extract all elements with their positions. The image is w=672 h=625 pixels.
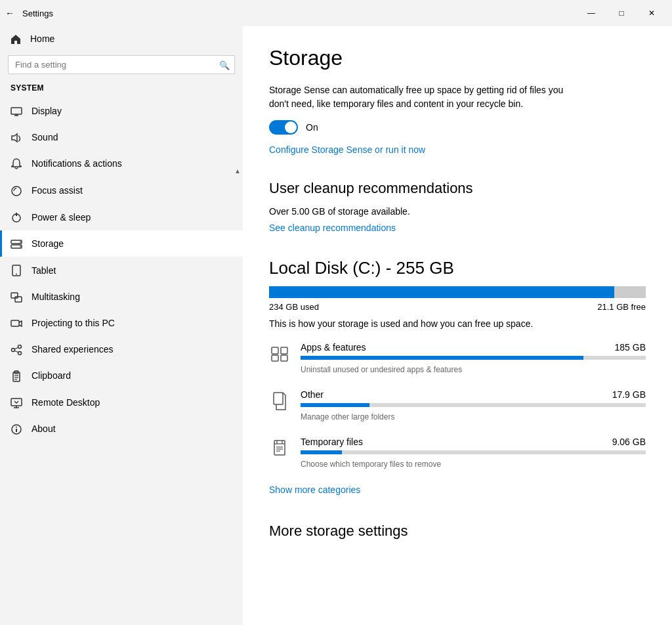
- svg-point-16: [12, 348, 15, 351]
- more-storage-heading: More storage settings: [269, 523, 646, 540]
- svg-point-4: [12, 186, 21, 196]
- storage-label: Storage: [32, 238, 64, 249]
- home-label: Home: [30, 33, 54, 44]
- svg-rect-35: [281, 355, 287, 361]
- back-button[interactable]: ←: [5, 8, 14, 18]
- tablet-icon: [10, 264, 22, 276]
- sidebar-item-storage[interactable]: Storage: [0, 230, 243, 257]
- sidebar-item-about[interactable]: About: [0, 416, 243, 442]
- svg-rect-33: [281, 347, 287, 354]
- storage-sense-description: Storage Sense can automatically free up …: [269, 83, 584, 111]
- display-label: Display: [32, 106, 62, 116]
- tablet-label: Tablet: [32, 265, 56, 276]
- disk-description: This is how your storage is used and how…: [269, 318, 646, 329]
- sidebar-item-projecting[interactable]: Projecting to this PC: [0, 310, 243, 336]
- storage-icon: [10, 238, 22, 249]
- projecting-icon: [10, 317, 22, 329]
- svg-marker-3: [12, 134, 17, 142]
- sidebar-item-tablet[interactable]: Tablet: [0, 257, 243, 284]
- display-icon: [10, 105, 22, 117]
- notifications-icon: [10, 158, 22, 170]
- search-input[interactable]: [8, 55, 235, 74]
- sidebar-item-focus[interactable]: Focus assist: [0, 177, 243, 204]
- remotedesktop-label: Remote Desktop: [32, 397, 100, 408]
- svg-rect-14: [15, 297, 22, 302]
- temp-top: Temporary files 9.06 GB: [301, 437, 646, 447]
- temp-sub: Choose which temporary files to remove: [301, 460, 441, 469]
- cleanup-recommendations-link[interactable]: See cleanup recommendations: [269, 223, 396, 233]
- page-title: Storage: [269, 46, 646, 70]
- apps-top: Apps & features 185 GB: [301, 342, 646, 353]
- storage-available-text: Over 5.00 GB of storage available.: [269, 206, 646, 217]
- disk-bar-used: [269, 286, 614, 298]
- svg-point-17: [18, 345, 22, 348]
- content-area: Storage Storage Sense can automatically …: [243, 26, 672, 625]
- close-button[interactable]: ✕: [637, 3, 667, 24]
- sidebar-items-list: Display Sound Notifications & actions Fo…: [0, 98, 243, 625]
- category-other[interactable]: Other 17.9 GB Manage other large folders: [269, 389, 646, 422]
- power-icon: [10, 211, 22, 224]
- svg-rect-13: [11, 293, 18, 298]
- system-label: System: [0, 81, 243, 98]
- other-size: 17.9 GB: [612, 389, 646, 400]
- disk-bar-container: [269, 286, 646, 298]
- sidebar-item-notifications[interactable]: Notifications & actions: [0, 150, 243, 177]
- maximize-button[interactable]: □: [606, 3, 637, 24]
- other-label: Other: [301, 389, 324, 400]
- sound-icon: [10, 131, 22, 143]
- window-controls: — □ ✕: [576, 3, 667, 24]
- sidebar-item-multitasking[interactable]: Multitasking: [0, 284, 243, 310]
- sidebar-item-home[interactable]: Home: [0, 26, 243, 51]
- sidebar-item-shared[interactable]: Shared experiences: [0, 336, 243, 362]
- sidebar-item-sound[interactable]: Sound: [0, 124, 243, 150]
- category-temp[interactable]: Temporary files 9.06 GB Choose which tem…: [269, 437, 646, 469]
- other-sub: Manage other large folders: [301, 412, 394, 421]
- app-title: Settings: [22, 9, 576, 18]
- svg-rect-36: [274, 393, 283, 404]
- power-label: Power & sleep: [32, 212, 91, 223]
- category-apps[interactable]: Apps & features 185 GB Uninstall unused …: [269, 342, 646, 375]
- sound-label: Sound: [32, 132, 58, 142]
- user-cleanup-heading: User cleanup recommendations: [269, 180, 646, 197]
- temp-icon: [269, 438, 290, 459]
- sidebar-item-remotedesktop[interactable]: Remote Desktop: [0, 389, 243, 416]
- other-top: Other 17.9 GB: [301, 389, 646, 400]
- other-bar-fill: [301, 403, 369, 407]
- sidebar-item-power[interactable]: Power & sleep: [0, 204, 243, 231]
- disk-used-label: 234 GB used: [269, 302, 319, 312]
- title-bar: ← Settings — □ ✕: [0, 0, 672, 26]
- apps-label: Apps & features: [301, 342, 366, 353]
- svg-point-31: [16, 426, 17, 427]
- apps-icon: [269, 343, 290, 364]
- sidebar-item-clipboard[interactable]: Clipboard: [0, 362, 243, 389]
- sidebar-item-display[interactable]: Display: [0, 98, 243, 124]
- apps-bar: [301, 356, 646, 360]
- temp-bar: [301, 450, 646, 454]
- other-bar: [301, 403, 646, 407]
- svg-rect-15: [11, 320, 19, 326]
- sidebar: Home 🔍 System ▲ Display Sound: [0, 26, 243, 625]
- svg-rect-37: [274, 441, 285, 455]
- temp-size: 9.06 GB: [612, 437, 646, 447]
- toggle-row: On: [269, 120, 646, 135]
- svg-point-18: [18, 351, 22, 355]
- apps-details: Apps & features 185 GB Uninstall unused …: [301, 342, 646, 375]
- show-more-link[interactable]: Show more categories: [269, 485, 360, 495]
- shared-icon: [10, 343, 22, 355]
- search-container: 🔍: [8, 55, 235, 74]
- configure-storage-link[interactable]: Configure Storage Sense or run it now: [269, 144, 425, 155]
- remote-icon: [10, 397, 22, 408]
- svg-point-12: [16, 274, 17, 275]
- svg-rect-0: [11, 108, 22, 114]
- search-icon: 🔍: [219, 60, 230, 70]
- minimize-button[interactable]: —: [576, 3, 606, 24]
- storage-sense-toggle[interactable]: [269, 120, 298, 135]
- svg-rect-34: [272, 355, 278, 361]
- svg-line-19: [15, 347, 18, 349]
- disk-free-label: 21.1 GB free: [597, 302, 646, 312]
- main-layout: Home 🔍 System ▲ Display Sound: [0, 26, 672, 625]
- svg-point-9: [20, 242, 21, 243]
- clipboard-label: Clipboard: [32, 370, 71, 381]
- svg-point-10: [20, 246, 21, 248]
- notifications-label: Notifications & actions: [32, 158, 122, 169]
